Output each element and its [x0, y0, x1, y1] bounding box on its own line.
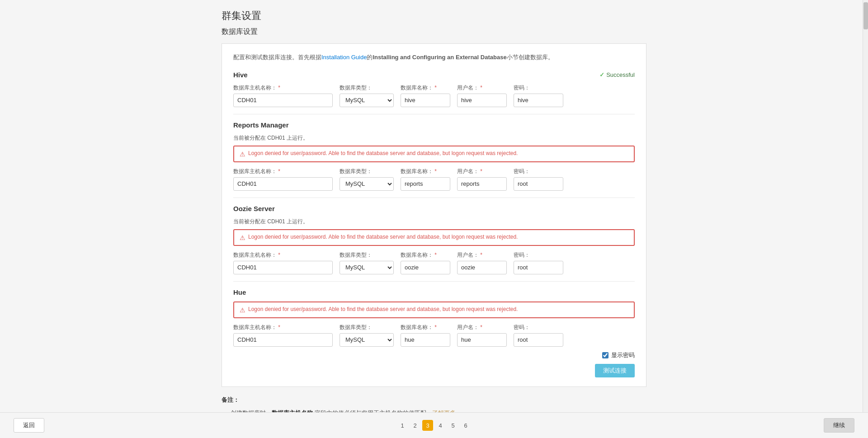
- show-password-checkbox[interactable]: [602, 352, 609, 358]
- input-name-oozie[interactable]: [401, 261, 450, 274]
- divider: [233, 198, 635, 198]
- input-host-hue[interactable]: [233, 333, 333, 347]
- sub-info-reports: 当前被分配在 CDH01 上运行。: [233, 134, 635, 142]
- fg-name-hive: 数据库名称： *: [401, 84, 450, 107]
- label-host-reports: 数据库主机名称： *: [233, 168, 333, 175]
- sub-info-oozie: 当前被分配在 CDH01 上运行。: [233, 218, 635, 226]
- service-section-oozie: Oozie Server当前被分配在 CDH01 上运行。⚠Logon deni…: [233, 198, 635, 274]
- fg-username-hue: 用户名： *: [457, 324, 507, 347]
- label-name-reports: 数据库名称： *: [401, 168, 450, 175]
- label-host-hive: 数据库主机名称： *: [233, 84, 333, 92]
- fg-username-oozie: 用户名： *: [457, 251, 507, 274]
- continue-button[interactable]: 继续: [824, 418, 854, 433]
- notes-title: 备注：: [222, 396, 646, 404]
- form-row-hue: 数据库主机名称： *数据库类型：MySQLPostgreSQLOracle数据库…: [233, 324, 635, 347]
- page-num-6[interactable]: 6: [460, 420, 471, 431]
- input-username-oozie[interactable]: [457, 261, 507, 274]
- input-username-hue[interactable]: [457, 333, 507, 347]
- back-button[interactable]: 返回: [14, 418, 44, 433]
- test-connection-button[interactable]: 测试连接: [595, 364, 635, 377]
- select-type-hue[interactable]: MySQLPostgreSQLOracle: [340, 333, 394, 347]
- input-password-reports[interactable]: [514, 177, 563, 191]
- page-num-4[interactable]: 4: [435, 420, 446, 431]
- form-row-oozie: 数据库主机名称： *数据库类型：MySQLPostgreSQLOracle数据库…: [233, 251, 635, 274]
- error-icon-oozie: ⚠: [240, 234, 245, 241]
- error-text-oozie: Logon denied for user/password. Able to …: [248, 234, 518, 240]
- select-type-hive[interactable]: MySQLPostgreSQLOracle: [340, 94, 394, 107]
- service-header-hive: Hive Successful: [233, 71, 635, 79]
- input-host-reports[interactable]: [233, 177, 333, 191]
- error-icon-reports: ⚠: [240, 151, 245, 158]
- info-text-mid: 的: [367, 54, 373, 61]
- fg-host-oozie: 数据库主机名称： *: [233, 251, 333, 274]
- error-box-reports: ⚠Logon denied for user/password. Able to…: [233, 146, 635, 162]
- service-section-hue: Hue⚠Logon denied for user/password. Able…: [233, 281, 635, 347]
- divider: [233, 281, 635, 282]
- services-container: Hive Successful数据库主机名称： *数据库类型：MySQLPost…: [233, 71, 635, 347]
- installation-guide-link[interactable]: Installation Guide: [321, 54, 367, 61]
- page-num-3[interactable]: 3: [422, 420, 433, 431]
- label-name-oozie: 数据库名称： *: [401, 251, 450, 259]
- error-box-hue: ⚠Logon denied for user/password. Able to…: [233, 301, 635, 318]
- form-row-hive: 数据库主机名称： *数据库类型：MySQLPostgreSQLOracle数据库…: [233, 84, 635, 107]
- fg-username-reports: 用户名： *: [457, 168, 507, 191]
- show-password-label[interactable]: 显示密码: [611, 351, 635, 359]
- error-text-reports: Logon denied for user/password. Able to …: [248, 150, 518, 156]
- input-name-reports[interactable]: [401, 177, 450, 191]
- fg-name-reports: 数据库名称： *: [401, 168, 450, 191]
- input-username-reports[interactable]: [457, 177, 507, 191]
- main-card: 配置和测试数据库连接。首先根据Installation Guide的Instal…: [222, 43, 646, 387]
- label-type-oozie: 数据库类型：: [340, 251, 394, 259]
- service-section-reports: Reports Manager当前被分配在 CDH01 上运行。⚠Logon d…: [233, 114, 635, 191]
- label-username-hue: 用户名： *: [457, 324, 507, 331]
- fg-password-hue: 密码：: [514, 324, 563, 347]
- fg-password-oozie: 密码：: [514, 251, 563, 274]
- label-username-oozie: 用户名： *: [457, 251, 507, 259]
- page-num-5[interactable]: 5: [448, 420, 458, 431]
- section-title: 数据库设置: [222, 27, 646, 37]
- label-type-hue: 数据库类型：: [340, 324, 394, 331]
- input-password-oozie[interactable]: [514, 261, 563, 274]
- label-username-reports: 用户名： *: [457, 168, 507, 175]
- form-row-reports: 数据库主机名称： *数据库类型：MySQLPostgreSQLOracle数据库…: [233, 168, 635, 191]
- label-password-oozie: 密码：: [514, 251, 563, 259]
- service-header-hue: Hue: [233, 288, 635, 296]
- scrollbar[interactable]: [863, 0, 868, 438]
- label-type-hive: 数据库类型：: [340, 84, 394, 92]
- label-host-hue: 数据库主机名称： *: [233, 324, 333, 331]
- select-type-reports[interactable]: MySQLPostgreSQLOracle: [340, 177, 394, 191]
- service-header-reports: Reports Manager: [233, 121, 635, 129]
- input-password-hive[interactable]: [514, 94, 563, 107]
- select-type-oozie[interactable]: MySQLPostgreSQLOracle: [340, 261, 394, 274]
- show-password-row: 显示密码: [233, 351, 635, 359]
- fg-host-hive: 数据库主机名称： *: [233, 84, 333, 107]
- label-password-reports: 密码：: [514, 168, 563, 175]
- service-name-hive: Hive: [233, 71, 248, 79]
- label-password-hive: 密码：: [514, 84, 563, 92]
- input-username-hive[interactable]: [457, 94, 507, 107]
- input-name-hue[interactable]: [401, 333, 450, 347]
- label-password-hue: 密码：: [514, 324, 563, 331]
- input-host-hive[interactable]: [233, 94, 333, 107]
- service-name-oozie: Oozie Server: [233, 205, 275, 212]
- service-section-hive: Hive Successful数据库主机名称： *数据库类型：MySQLPost…: [233, 71, 635, 107]
- page-num-1[interactable]: 1: [397, 420, 408, 431]
- service-header-oozie: Oozie Server: [233, 205, 635, 212]
- fg-host-hue: 数据库主机名称： *: [233, 324, 333, 347]
- input-name-hive[interactable]: [401, 94, 450, 107]
- test-btn-row: 测试连接: [233, 364, 635, 377]
- info-text: 配置和测试数据库连接。首先根据Installation Guide的Instal…: [233, 53, 635, 62]
- label-name-hive: 数据库名称： *: [401, 84, 450, 92]
- info-text-end: 小节创建数据库。: [507, 54, 554, 61]
- label-username-hive: 用户名： *: [457, 84, 507, 92]
- divider: [233, 114, 635, 114]
- error-text-hue: Logon denied for user/password. Able to …: [248, 306, 518, 312]
- page-wrapper: 群集设置 数据库设置 配置和测试数据库连接。首先根据Installation G…: [208, 0, 660, 438]
- page-num-2[interactable]: 2: [410, 420, 420, 431]
- input-password-hue[interactable]: [514, 333, 563, 347]
- error-icon-hue: ⚠: [240, 306, 245, 314]
- info-text-bold: Installing and Configuring an External D…: [373, 54, 506, 61]
- scrollbar-thumb: [863, 2, 868, 29]
- fg-type-reports: 数据库类型：MySQLPostgreSQLOracle: [340, 168, 394, 191]
- input-host-oozie[interactable]: [233, 261, 333, 274]
